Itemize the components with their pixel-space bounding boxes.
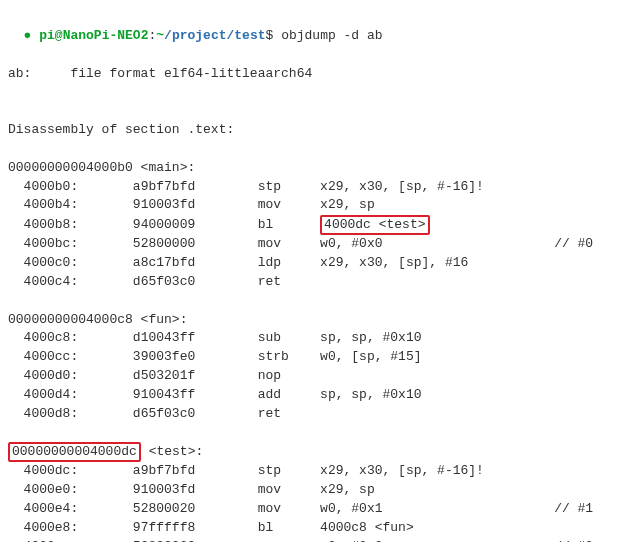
sym-test-header: 00000000004000dc <test>: xyxy=(8,442,620,462)
disasm-row: 4000cc: 39003fe0 strb w0, [sp, #15] xyxy=(8,348,620,367)
operands: x29, x30, [sp], #16 xyxy=(320,255,554,270)
sym-fun-header: 00000000004000c8 <fun>: xyxy=(8,311,620,330)
addr: 4000dc: xyxy=(8,463,133,478)
sym-main-header: 00000000004000b0 <main>: xyxy=(8,159,620,178)
sym-main-body: 4000b0: a9bf7bfd stp x29, x30, [sp, #-16… xyxy=(8,178,620,292)
addr: 4000cc: xyxy=(8,349,133,364)
command-text: objdump -d ab xyxy=(281,28,382,43)
disasm-row: 4000b0: a9bf7bfd stp x29, x30, [sp, #-16… xyxy=(8,178,620,197)
opcode-hex: 39003fe0 xyxy=(133,349,258,364)
disasm-row: 4000bc: 52800000 mov w0, #0x0 // #0 xyxy=(8,235,620,254)
operands: x29, x30, [sp, #-16]! xyxy=(320,179,554,194)
disasm-row: 4000c0: a8c17bfd ldp x29, x30, [sp], #16 xyxy=(8,254,620,273)
opcode-hex: d65f03c0 xyxy=(133,406,258,421)
opcode-hex: 94000009 xyxy=(133,217,258,232)
opcode-hex: d65f03c0 xyxy=(133,274,258,289)
opcode-hex: 910003fd xyxy=(133,197,258,212)
sym-fun-body: 4000c8: d10043ff sub sp, sp, #0x10 4000c… xyxy=(8,329,620,423)
mnemonic: ret xyxy=(258,274,320,289)
addr: 4000e4: xyxy=(8,501,133,516)
mnemonic: add xyxy=(258,387,320,402)
comment: // #0 xyxy=(554,236,593,251)
sym-test-body: 4000dc: a9bf7bfd stp x29, x30, [sp, #-16… xyxy=(8,462,620,542)
opcode-hex: 910003fd xyxy=(133,482,258,497)
opcode-hex: 52800000 xyxy=(133,236,258,251)
addr: 4000d8: xyxy=(8,406,133,421)
opcode-hex: a8c17bfd xyxy=(133,255,258,270)
mnemonic: ret xyxy=(258,406,320,421)
operands xyxy=(320,368,554,383)
operands: x29, sp xyxy=(320,197,554,212)
prompt-bullet: ● xyxy=(24,28,32,43)
operands: w0, #0x0 xyxy=(320,236,554,251)
addr: 4000e0: xyxy=(8,482,133,497)
opcode-hex: a9bf7bfd xyxy=(133,463,258,478)
operands: w0, #0x1 xyxy=(320,501,554,516)
mnemonic: mov xyxy=(258,197,320,212)
file-format-line: ab: file format elf64-littleaarch64 xyxy=(8,65,620,84)
mnemonic: mov xyxy=(258,539,320,542)
disasm-row: 4000d0: d503201f nop xyxy=(8,367,620,386)
operands: sp, sp, #0x10 xyxy=(320,387,554,402)
addr: 4000e8: xyxy=(8,520,133,535)
mnemonic: stp xyxy=(258,463,320,478)
operands: w0, #0x0 xyxy=(320,539,554,542)
opcode-hex: 910043ff xyxy=(133,387,258,402)
disasm-row: 4000c8: d10043ff sub sp, sp, #0x10 xyxy=(8,329,620,348)
section-header: Disassembly of section .text: xyxy=(8,121,620,140)
addr: 4000c4: xyxy=(8,274,133,289)
mnemonic: stp xyxy=(258,179,320,194)
mnemonic: bl xyxy=(258,217,320,232)
operands xyxy=(320,406,554,421)
addr: 4000d4: xyxy=(8,387,133,402)
operands: w0, [sp, #15] xyxy=(320,349,554,364)
mnemonic: strb xyxy=(258,349,320,364)
cwd-path: /project/test xyxy=(164,28,265,43)
addr: 4000c8: xyxy=(8,330,133,345)
operands: x29, x30, [sp, #-16]! xyxy=(320,463,554,478)
mnemonic: sub xyxy=(258,330,320,345)
opcode-hex: 97fffff8 xyxy=(133,520,258,535)
disasm-row: 4000c4: d65f03c0 ret xyxy=(8,273,620,292)
mnemonic: bl xyxy=(258,520,320,535)
addr: 4000c0: xyxy=(8,255,133,270)
highlight-bl-target: 4000dc <test> xyxy=(320,215,429,235)
addr: 4000b0: xyxy=(8,179,133,194)
mnemonic: nop xyxy=(258,368,320,383)
addr: 4000b8: xyxy=(8,217,133,232)
opcode-hex: 52800020 xyxy=(133,501,258,516)
opcode-hex: d10043ff xyxy=(133,330,258,345)
terminal-prompt-1: ● pi@NanoPi-NEO2:~/project/test$ objdump… xyxy=(8,8,620,46)
operands: x29, sp xyxy=(320,482,554,497)
disasm-row: 4000d8: d65f03c0 ret xyxy=(8,405,620,424)
disasm-row: 4000e8: 97fffff8 bl 4000c8 <fun> xyxy=(8,519,620,538)
opcode-hex: a9bf7bfd xyxy=(133,179,258,194)
mnemonic: mov xyxy=(258,501,320,516)
disasm-row: 4000ec: 52800000 mov w0, #0x0 // #0 xyxy=(8,538,620,542)
mnemonic: mov xyxy=(258,236,320,251)
disasm-row: 4000e4: 52800020 mov w0, #0x1 // #1 xyxy=(8,500,620,519)
operands: sp, sp, #0x10 xyxy=(320,330,554,345)
opcode-hex: 52800000 xyxy=(133,539,258,542)
addr: 4000d0: xyxy=(8,368,133,383)
mnemonic: ldp xyxy=(258,255,320,270)
addr: 4000bc: xyxy=(8,236,133,251)
disasm-row: 4000e0: 910003fd mov x29, sp xyxy=(8,481,620,500)
opcode-hex: d503201f xyxy=(133,368,258,383)
addr: 4000b4: xyxy=(8,197,133,212)
comment: // #1 xyxy=(554,501,593,516)
operands xyxy=(320,274,554,289)
disasm-row: 4000b8: 94000009 bl 4000dc <test> xyxy=(8,215,620,235)
addr: 4000ec: xyxy=(8,539,133,542)
highlight-test-addr: 00000000004000dc xyxy=(8,442,141,462)
disasm-row: 4000dc: a9bf7bfd stp x29, x30, [sp, #-16… xyxy=(8,462,620,481)
user-host: pi@NanoPi-NEO2 xyxy=(39,28,148,43)
mnemonic: mov xyxy=(258,482,320,497)
comment: // #0 xyxy=(554,539,593,542)
operands: 4000c8 <fun> xyxy=(320,520,554,535)
disasm-row: 4000b4: 910003fd mov x29, sp xyxy=(8,196,620,215)
disasm-row: 4000d4: 910043ff add sp, sp, #0x10 xyxy=(8,386,620,405)
